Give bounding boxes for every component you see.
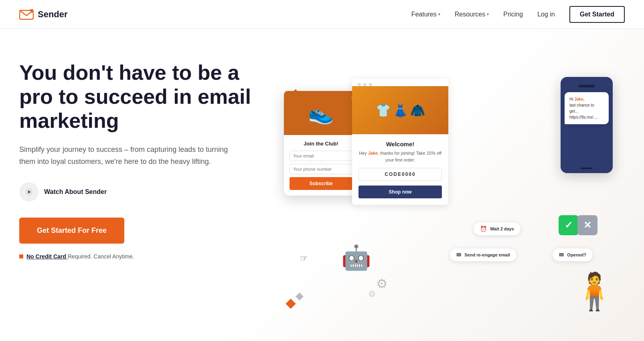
nav-login[interactable]: Log in [537,11,555,18]
logo-icon [19,9,34,20]
gear-decorations: ⚙ [376,276,388,291]
nav-features[interactable]: Features ▾ [411,11,440,18]
wait-clock-icon: ⏰ [480,226,487,232]
dot-icon-1 [358,83,361,86]
automation-reengage-node: ✉ Send re-engage email [450,248,516,261]
sms-phone-mockup: Hi Jake, last chance to get... https://9… [561,77,613,173]
check-card: ✓ [559,215,579,235]
hero-cta-button[interactable]: Get Started For Free [19,218,124,244]
bullet-icon [19,254,23,258]
nav-links: Features ▾ Resources ▾ Pricing Log in Ge… [411,6,625,23]
robot-illustration: 🤖 [332,233,380,281]
x-card: ✕ [577,215,597,235]
hero-section: You don't have to be a pro to succeed in… [0,29,644,341]
no-credit-card-notice: No Credit Card Required. Cancel Anytime. [19,253,268,260]
robot-icon: 🤖 [341,243,371,272]
gear-icon-2-area: ⚙ [368,289,376,299]
resources-chevron-icon: ▾ [487,12,489,16]
popup-card-body: Join the Club! Subscribe [284,135,358,196]
hero-illustration: × 👟 Join the Club! Subscribe 👕 👗 [276,53,625,313]
navbar: Sender Features ▾ Resources ▾ Pricing Lo… [0,0,644,29]
email-welcome-text: Welcome! [358,141,442,147]
opened-email-icon: ✉ [559,252,564,258]
sneaker-icon: 👟 [308,101,334,125]
automation-opened-node: ✉ Opened? [553,248,593,261]
nav-pricing[interactable]: Pricing [503,11,523,18]
gear-icon-1: ⚙ [376,276,388,291]
nav-resources[interactable]: Resources ▾ [455,11,489,18]
diamond-orange-icon-2 [286,299,296,309]
dot-icon-3 [369,83,372,86]
logo-text: Sender [38,9,68,20]
email-body-text: Hey Jake, thanks for joining! Take 15% o… [358,150,442,163]
automation-wait-node: ⏰ Wait 2 days [474,222,520,235]
popup-form-card: × 👟 Join the Club! Subscribe [284,91,358,196]
nav-get-started-button[interactable]: Get Started [569,6,625,23]
dot-icon-2 [363,83,367,86]
hero-subtext: Simplify your journey to success – from … [19,144,244,167]
shop-now-button[interactable]: Shop now [358,186,442,198]
popup-email-input[interactable] [290,151,352,161]
popup-title: Join the Club! [290,141,352,147]
phone-notch [579,85,595,87]
play-icon [25,188,32,196]
hanger-icons: 👕 👗 🧥 [372,99,429,121]
person-illustration: 🧍 [572,273,617,309]
popup-card-image: 👟 [284,91,358,135]
watch-video-link[interactable]: Watch About Sender [19,182,268,202]
play-button-icon[interactable] [19,182,38,202]
phone-home-button [581,167,593,169]
sms-name-highlight: Jake, [574,97,584,101]
email-card-body: Welcome! Hey Jake, thanks for joining! T… [352,134,448,205]
popup-subscribe-button[interactable]: Subscribe [290,177,352,190]
gear-icon-2: ⚙ [368,289,376,299]
popup-phone-input[interactable] [290,164,352,174]
sms-message-bubble: Hi Jake, last chance to get... https://9… [565,92,609,124]
watch-video-label: Watch About Sender [44,188,107,196]
hero-headline: You don't have to be a pro to succeed in… [19,61,268,133]
features-chevron-icon: ▾ [438,12,440,16]
logo[interactable]: Sender [19,9,68,20]
diamond-gray-icon-2 [296,293,304,301]
reengage-email-icon: ✉ [456,252,461,258]
email-preview-card: 👕 👗 🧥 Welcome! Hey Jake, thanks for join… [352,79,448,205]
cursor-pointer-icon: ☞ [300,253,308,264]
no-cc-link[interactable]: No Credit Card [26,253,68,260]
email-card-image: 👕 👗 🧥 [352,86,448,134]
promo-code: CODE0000 [358,168,442,181]
hero-left: You don't have to be a pro to succeed in… [19,53,268,260]
email-name-highlight: Jake [368,151,378,155]
email-card-header [352,79,448,86]
